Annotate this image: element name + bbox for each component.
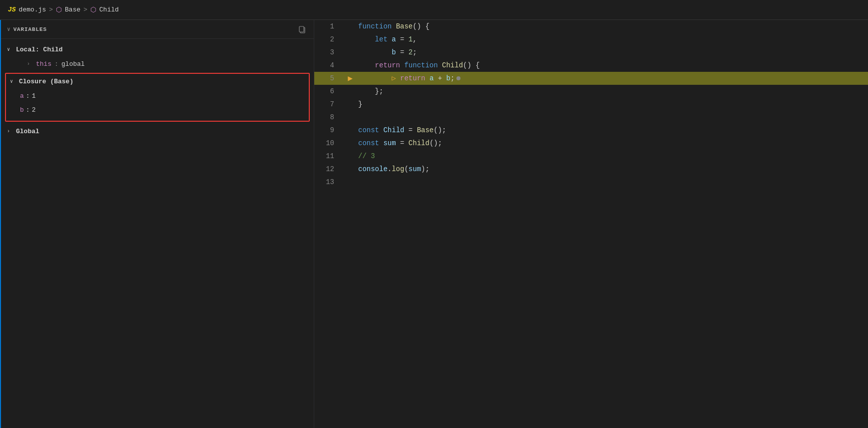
breadcrumb-base-icon: ⬡ [56,5,62,14]
closure-chevron-icon: ∨ [10,78,16,84]
local-section-header[interactable]: ∨ Local: Child [1,42,314,57]
line-num-2: 2 [314,33,344,46]
variables-content: ∨ Local: Child › this : global ∨ Closure… [1,39,314,428]
line-num-11: 11 [314,150,344,163]
code-line-13: 13 [314,176,868,189]
js-file-icon: JS [8,6,16,13]
var-a-name: a [20,92,24,100]
line-num-6: 6 [314,85,344,98]
local-chevron-icon: ∨ [7,46,13,52]
code-content: 1 function Base() { 2 let a = 1, 3 b = 2… [314,20,868,428]
line-content-11: // 3 [356,150,868,163]
debug-arrow-5: ▶ [344,73,356,83]
code-line-3: 3 b = 2; [314,46,868,59]
code-line-8: 8 [314,111,868,124]
code-line-5: 5 ▶ ▷ return a + b; [314,72,868,85]
line-content-12: console.log(sum); [356,163,868,176]
global-section-header[interactable]: › Global [1,124,314,139]
this-chevron-icon: › [27,61,33,67]
global-chevron-icon: › [7,129,13,134]
line-content-2: let a = 1, [356,33,868,46]
code-line-9: 9 const Child = Base(); [314,124,868,137]
var-a-colon: : [26,92,30,100]
this-colon: : [54,60,58,68]
breadcrumb-child-icon: ⬡ [90,5,96,14]
line-num-9: 9 [314,124,344,137]
global-section: › Global [1,124,314,139]
this-key: this [36,60,51,68]
code-line-10: 10 const sum = Child(); [314,137,868,150]
chevron-down-icon: ∨ [7,26,10,32]
line-num-5: 5 [314,72,344,85]
closure-section-body: a : 1 b : 2 [6,89,309,121]
code-line-2: 2 let a = 1, [314,33,868,46]
code-line-1: 1 function Base() { [314,20,868,33]
local-section-label: Local: Child [16,46,63,53]
breadcrumb-bar: JS demo.js > ⬡ Base > ⬡ Child [0,0,868,20]
breadcrumb-sep1: > [49,6,53,13]
code-line-7: 7 } [314,98,868,111]
this-variable-row[interactable]: › this : global [13,57,314,71]
svg-rect-1 [299,26,304,32]
closure-section-label: Closure (Base) [19,78,73,85]
variables-header: ∨ VARIABLES [1,20,314,39]
local-section-body: › this : global [1,57,314,71]
closure-section: ∨ Closure (Base) a : 1 b : 2 [5,73,310,122]
var-b-value: 2 [32,106,36,114]
variables-title: VARIABLES [13,26,47,32]
line-num-8: 8 [314,111,344,124]
line-content-5: ▷ return a + b; [356,72,868,85]
line-content-1: function Base() { [356,20,868,33]
code-line-4: 4 return function Child() { [314,59,868,72]
line-num-4: 4 [314,59,344,72]
breadcrumb-child: Child [99,6,119,13]
line-num-10: 10 [314,137,344,150]
line-content-4: return function Child() { [356,59,868,72]
line-num-13: 13 [314,176,344,189]
line-content-9: const Child = Base(); [356,124,868,137]
var-b-name: b [20,106,24,114]
closure-section-header[interactable]: ∨ Closure (Base) [6,74,309,89]
line-num-3: 3 [314,46,344,59]
var-a-value: 1 [32,92,36,100]
code-line-6: 6 }; [314,85,868,98]
breadcrumb-sep2: > [83,6,87,13]
line-num-12: 12 [314,163,344,176]
var-b-colon: : [26,106,30,114]
breadcrumb-filename: demo.js [19,6,46,13]
line-content-7: } [356,98,868,111]
code-editor: 1 function Base() { 2 let a = 1, 3 b = 2… [314,20,868,428]
line-num-7: 7 [314,98,344,111]
variables-panel: ∨ VARIABLES ∨ Local: Child [0,20,314,428]
line-content-6: }; [356,85,868,98]
var-b-row: b : 2 [16,103,309,117]
var-a-row: a : 1 [16,89,309,103]
code-line-12: 12 console.log(sum); [314,163,868,176]
line-content-10: const sum = Child(); [356,137,868,150]
this-value: global [61,60,85,68]
code-line-11: 11 // 3 [314,150,868,163]
copy-variables-button[interactable] [297,24,308,35]
line-content-3: b = 2; [356,46,868,59]
line-num-1: 1 [314,20,344,33]
global-section-label: Global [16,128,39,135]
local-section: ∨ Local: Child › this : global [1,42,314,71]
breadcrumb-base: Base [65,6,80,13]
